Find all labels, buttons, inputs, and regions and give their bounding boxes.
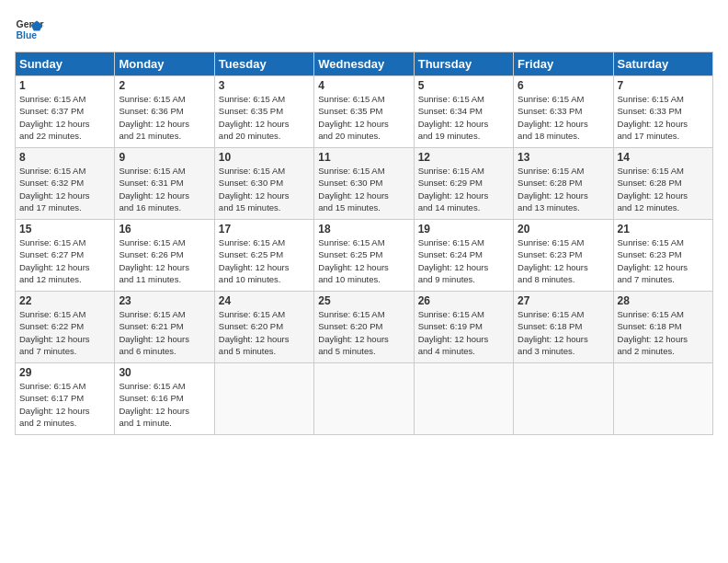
day-number: 17 [219, 223, 310, 236]
day-number: 11 [318, 151, 409, 164]
day-number: 18 [318, 223, 409, 236]
calendar-cell: 25Sunrise: 6:15 AM Sunset: 6:20 PM Dayli… [314, 292, 414, 363]
calendar-cell: 7Sunrise: 6:15 AM Sunset: 6:33 PM Daylig… [613, 76, 712, 148]
day-number: 10 [219, 151, 310, 164]
day-number: 21 [618, 223, 709, 236]
day-info: Sunrise: 6:15 AM Sunset: 6:37 PM Dayligh… [19, 93, 110, 142]
day-info: Sunrise: 6:15 AM Sunset: 6:17 PM Dayligh… [19, 380, 110, 429]
day-info: Sunrise: 6:15 AM Sunset: 6:30 PM Dayligh… [318, 165, 409, 213]
calendar-week-row: 8Sunrise: 6:15 AM Sunset: 6:32 PM Daylig… [16, 148, 713, 220]
day-number: 15 [19, 223, 110, 236]
calendar-cell: 18Sunrise: 6:15 AM Sunset: 6:25 PM Dayli… [314, 220, 414, 292]
day-info: Sunrise: 6:15 AM Sunset: 6:20 PM Dayligh… [219, 308, 310, 357]
day-number: 13 [518, 151, 609, 164]
calendar-cell [514, 363, 613, 435]
day-info: Sunrise: 6:15 AM Sunset: 6:27 PM Dayligh… [19, 236, 110, 285]
calendar-cell: 11Sunrise: 6:15 AM Sunset: 6:30 PM Dayli… [314, 148, 414, 220]
calendar-cell: 14Sunrise: 6:15 AM Sunset: 6:28 PM Dayli… [613, 148, 712, 220]
calendar-cell: 23Sunrise: 6:15 AM Sunset: 6:21 PM Dayli… [115, 292, 214, 363]
day-number: 28 [618, 294, 709, 307]
calendar-cell: 27Sunrise: 6:15 AM Sunset: 6:18 PM Dayli… [514, 292, 613, 363]
day-info: Sunrise: 6:15 AM Sunset: 6:35 PM Dayligh… [219, 93, 310, 142]
calendar-week-row: 1Sunrise: 6:15 AM Sunset: 6:37 PM Daylig… [16, 76, 713, 148]
day-number: 24 [219, 294, 310, 307]
calendar-cell: 2Sunrise: 6:15 AM Sunset: 6:36 PM Daylig… [115, 76, 214, 148]
calendar-cell: 5Sunrise: 6:15 AM Sunset: 6:34 PM Daylig… [414, 76, 513, 148]
calendar-cell: 10Sunrise: 6:15 AM Sunset: 6:30 PM Dayli… [214, 148, 313, 220]
day-number: 29 [19, 366, 110, 379]
day-info: Sunrise: 6:15 AM Sunset: 6:21 PM Dayligh… [119, 308, 210, 357]
day-info: Sunrise: 6:15 AM Sunset: 6:33 PM Dayligh… [518, 93, 609, 142]
day-info: Sunrise: 6:15 AM Sunset: 6:16 PM Dayligh… [119, 380, 210, 429]
day-info: Sunrise: 6:15 AM Sunset: 6:23 PM Dayligh… [518, 236, 609, 285]
calendar-header-friday: Friday [514, 52, 613, 76]
calendar-cell: 22Sunrise: 6:15 AM Sunset: 6:22 PM Dayli… [16, 292, 115, 363]
day-info: Sunrise: 6:15 AM Sunset: 6:24 PM Dayligh… [418, 236, 509, 285]
calendar-cell: 19Sunrise: 6:15 AM Sunset: 6:24 PM Dayli… [414, 220, 513, 292]
day-info: Sunrise: 6:15 AM Sunset: 6:22 PM Dayligh… [19, 308, 110, 357]
calendar-cell: 29Sunrise: 6:15 AM Sunset: 6:17 PM Dayli… [16, 363, 115, 435]
calendar-cell: 13Sunrise: 6:15 AM Sunset: 6:28 PM Dayli… [514, 148, 613, 220]
calendar-header-saturday: Saturday [613, 52, 712, 76]
calendar-week-row: 29Sunrise: 6:15 AM Sunset: 6:17 PM Dayli… [16, 363, 713, 435]
day-info: Sunrise: 6:15 AM Sunset: 6:33 PM Dayligh… [618, 93, 709, 142]
day-info: Sunrise: 6:15 AM Sunset: 6:19 PM Dayligh… [418, 308, 509, 357]
day-info: Sunrise: 6:15 AM Sunset: 6:20 PM Dayligh… [318, 308, 409, 357]
day-info: Sunrise: 6:15 AM Sunset: 6:32 PM Dayligh… [19, 165, 110, 213]
calendar-cell: 3Sunrise: 6:15 AM Sunset: 6:35 PM Daylig… [214, 76, 313, 148]
calendar-week-row: 15Sunrise: 6:15 AM Sunset: 6:27 PM Dayli… [16, 220, 713, 292]
day-info: Sunrise: 6:15 AM Sunset: 6:18 PM Dayligh… [618, 308, 709, 357]
day-info: Sunrise: 6:15 AM Sunset: 6:30 PM Dayligh… [219, 165, 310, 213]
day-number: 30 [119, 366, 210, 379]
day-number: 23 [119, 294, 210, 307]
calendar-header-thursday: Thursday [414, 52, 513, 76]
calendar-cell: 20Sunrise: 6:15 AM Sunset: 6:23 PM Dayli… [514, 220, 613, 292]
day-number: 14 [618, 151, 709, 164]
calendar-cell: 24Sunrise: 6:15 AM Sunset: 6:20 PM Dayli… [214, 292, 313, 363]
day-number: 12 [418, 151, 509, 164]
day-number: 1 [19, 79, 110, 92]
logo-icon: General Blue [15, 15, 44, 44]
day-info: Sunrise: 6:15 AM Sunset: 6:31 PM Dayligh… [119, 165, 210, 213]
logo: General Blue [15, 15, 44, 44]
day-info: Sunrise: 6:15 AM Sunset: 6:36 PM Dayligh… [119, 93, 210, 142]
day-number: 6 [518, 79, 609, 92]
calendar-cell: 28Sunrise: 6:15 AM Sunset: 6:18 PM Dayli… [613, 292, 712, 363]
calendar-header-tuesday: Tuesday [214, 52, 313, 76]
calendar-cell: 4Sunrise: 6:15 AM Sunset: 6:35 PM Daylig… [314, 76, 414, 148]
day-info: Sunrise: 6:15 AM Sunset: 6:25 PM Dayligh… [318, 236, 409, 285]
calendar-body: 1Sunrise: 6:15 AM Sunset: 6:37 PM Daylig… [16, 76, 713, 435]
day-number: 4 [318, 79, 409, 92]
day-number: 9 [119, 151, 210, 164]
day-info: Sunrise: 6:15 AM Sunset: 6:23 PM Dayligh… [618, 236, 709, 285]
day-info: Sunrise: 6:15 AM Sunset: 6:18 PM Dayligh… [518, 308, 609, 357]
calendar-cell [314, 363, 414, 435]
page-header: General Blue [15, 15, 713, 44]
calendar-header-row: SundayMondayTuesdayWednesdayThursdayFrid… [16, 52, 713, 76]
day-number: 26 [418, 294, 509, 307]
day-info: Sunrise: 6:15 AM Sunset: 6:28 PM Dayligh… [518, 165, 609, 213]
calendar-cell [613, 363, 712, 435]
calendar-week-row: 22Sunrise: 6:15 AM Sunset: 6:22 PM Dayli… [16, 292, 713, 363]
day-info: Sunrise: 6:15 AM Sunset: 6:34 PM Dayligh… [418, 93, 509, 142]
day-number: 27 [518, 294, 609, 307]
calendar-cell: 21Sunrise: 6:15 AM Sunset: 6:23 PM Dayli… [613, 220, 712, 292]
calendar-header-wednesday: Wednesday [314, 52, 414, 76]
day-info: Sunrise: 6:15 AM Sunset: 6:28 PM Dayligh… [618, 165, 709, 213]
day-number: 16 [119, 223, 210, 236]
calendar-header-monday: Monday [115, 52, 214, 76]
calendar-cell: 30Sunrise: 6:15 AM Sunset: 6:16 PM Dayli… [115, 363, 214, 435]
day-number: 3 [219, 79, 310, 92]
calendar-cell: 9Sunrise: 6:15 AM Sunset: 6:31 PM Daylig… [115, 148, 214, 220]
day-number: 22 [19, 294, 110, 307]
day-number: 25 [318, 294, 409, 307]
calendar-cell [214, 363, 313, 435]
svg-text:Blue: Blue [17, 30, 38, 40]
calendar-cell: 15Sunrise: 6:15 AM Sunset: 6:27 PM Dayli… [16, 220, 115, 292]
day-info: Sunrise: 6:15 AM Sunset: 6:25 PM Dayligh… [219, 236, 310, 285]
day-info: Sunrise: 6:15 AM Sunset: 6:29 PM Dayligh… [418, 165, 509, 213]
day-number: 19 [418, 223, 509, 236]
day-number: 20 [518, 223, 609, 236]
calendar-header-sunday: Sunday [16, 52, 115, 76]
day-number: 5 [418, 79, 509, 92]
